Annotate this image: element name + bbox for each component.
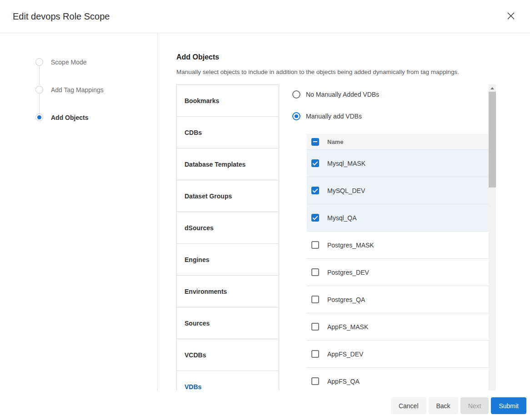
category-item-sources[interactable]: Sources (177, 307, 279, 339)
radio-label: Manually add VDBs (306, 113, 362, 120)
content-row: Bookmarks CDBs Database Templates Datase… (176, 84, 530, 390)
cancel-button[interactable]: Cancel (391, 397, 426, 414)
row-checkbox[interactable] (311, 323, 319, 331)
category-label: Bookmarks (185, 97, 219, 104)
row-name: Postgres_DEV (327, 269, 369, 276)
row-checkbox[interactable] (311, 296, 319, 303)
vdb-radio-group: No Manually Added VDBs Manually add VDBs (290, 84, 496, 120)
row-name: Postgres_QA (327, 296, 365, 303)
radio-icon (292, 112, 300, 120)
row-checkbox[interactable] (311, 159, 319, 167)
submit-button[interactable]: Submit (491, 397, 526, 414)
category-label: Database Templates (185, 161, 245, 168)
row-checkbox[interactable] (311, 268, 319, 276)
back-button[interactable]: Back (429, 397, 458, 414)
step-circle-icon (35, 86, 43, 94)
step-circle-icon (35, 58, 43, 66)
category-item-cdbs[interactable]: CDBs (177, 117, 279, 148)
table-row[interactable]: Mysql_QA (307, 204, 489, 232)
scrollbar-up-arrow-icon[interactable] (489, 84, 496, 92)
table-row[interactable]: AppFS_DEV (307, 341, 489, 368)
category-label: Dataset Groups (185, 193, 232, 200)
dialog-body: Scope Mode Add Tag Mappings Add Objects … (0, 33, 530, 391)
row-checkbox[interactable] (311, 214, 319, 222)
table-row[interactable]: Postgres_MASK (307, 232, 489, 259)
step-label: Scope Mode (51, 59, 87, 66)
row-name: Postgres_MASK (327, 242, 374, 249)
category-item-vdbs[interactable]: VDBs (177, 371, 279, 390)
table-row[interactable]: AppFS_MASK (307, 313, 489, 341)
page-title: Add Objects (176, 53, 530, 61)
close-icon (506, 11, 515, 22)
row-name: Mysql_QA (327, 214, 357, 222)
main-panel: Add Objects Manually select objects to i… (158, 33, 530, 391)
step-circle-icon (35, 114, 43, 121)
row-name: AppFS_QA (327, 378, 360, 385)
row-checkbox[interactable] (311, 350, 319, 358)
dialog-header: Edit devops Role Scope (0, 0, 530, 33)
dialog-title: Edit devops Role Scope (13, 11, 110, 22)
stepper-step-add-objects[interactable]: Add Objects (35, 114, 157, 121)
category-item-dataset-groups[interactable]: Dataset Groups (177, 180, 279, 212)
step-label: Add Tag Mappings (51, 86, 104, 94)
page-description: Manually select objects to include in ad… (176, 69, 530, 75)
close-button[interactable] (505, 10, 517, 23)
stepper-step-scope-mode[interactable]: Scope Mode (35, 58, 157, 66)
radio-icon (292, 90, 300, 99)
category-label: dSources (185, 224, 214, 232)
category-label: Engines (185, 256, 209, 263)
column-header-name: Name (327, 138, 343, 145)
table-row[interactable]: AppFS_QA (307, 368, 489, 390)
row-name: AppFS_MASK (327, 323, 368, 331)
stepper: Scope Mode Add Tag Mappings Add Objects (0, 33, 158, 391)
table-row[interactable]: Postgres_DEV (307, 259, 489, 286)
scrollbar-thumb[interactable] (489, 92, 496, 188)
vdb-table: Name Mysql_MASK MySQL_DEV (307, 134, 489, 390)
category-label: VCDBs (185, 351, 206, 359)
category-label: CDBs (185, 129, 202, 136)
category-label: Sources (185, 320, 210, 327)
row-checkbox[interactable] (311, 377, 319, 385)
row-checkbox[interactable] (311, 187, 319, 194)
table-row[interactable]: Postgres_QA (307, 286, 489, 313)
table-body: Mysql_MASK MySQL_DEV Mysql_QA Postgres_M… (307, 150, 489, 390)
category-label: VDBs (185, 383, 201, 390)
select-all-checkbox[interactable] (311, 138, 319, 146)
category-item-bookmarks[interactable]: Bookmarks (177, 85, 279, 117)
radio-option[interactable]: Manually add VDBs (292, 112, 496, 120)
category-item-engines[interactable]: Engines (177, 244, 279, 276)
dialog-footer: CancelBackNextSubmit (0, 391, 530, 420)
category-item-environments[interactable]: Environments (177, 276, 279, 307)
category-item-dsources[interactable]: dSources (177, 212, 279, 244)
row-name: Mysql_MASK (327, 160, 365, 167)
category-item-vcdbs[interactable]: VCDBs (177, 339, 279, 371)
category-label: Environments (185, 288, 227, 295)
row-checkbox[interactable] (311, 241, 319, 249)
next-button: Next (460, 397, 489, 414)
row-name: MySQL_DEV (327, 187, 365, 194)
row-name: AppFS_DEV (327, 351, 363, 358)
vdb-selection-area: No Manually Added VDBs Manually add VDBs… (290, 84, 496, 390)
category-item-database-templates[interactable]: Database Templates (177, 148, 279, 180)
table-header-row: Name (307, 134, 489, 150)
radio-label: No Manually Added VDBs (306, 91, 379, 98)
step-label: Add Objects (51, 114, 88, 121)
table-row[interactable]: Mysql_MASK (307, 150, 489, 177)
object-category-list: Bookmarks CDBs Database Templates Datase… (176, 84, 279, 390)
radio-option[interactable]: No Manually Added VDBs (292, 90, 496, 99)
stepper-step-add-tag-mappings[interactable]: Add Tag Mappings (35, 86, 157, 94)
table-row[interactable]: MySQL_DEV (307, 177, 489, 204)
scrollbar[interactable] (489, 84, 496, 390)
